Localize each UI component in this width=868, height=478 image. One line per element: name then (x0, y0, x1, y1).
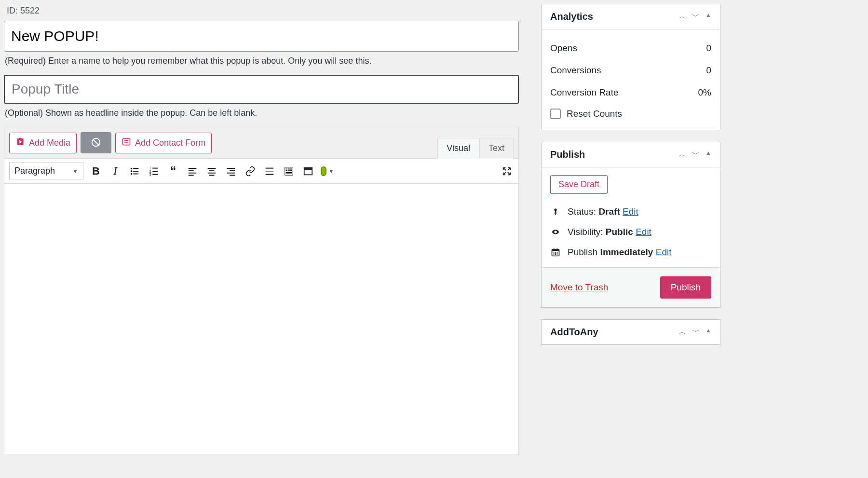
align-left-button[interactable] (186, 164, 199, 178)
svg-point-7 (131, 173, 133, 175)
svg-rect-24 (209, 175, 214, 176)
title-helper-text: (Optional) Shown as headline inside the … (5, 108, 519, 118)
svg-rect-10 (133, 173, 138, 174)
editor-content-area[interactable] (4, 184, 518, 454)
bullet-list-button[interactable] (128, 164, 141, 178)
expand-button[interactable] (500, 164, 514, 178)
save-draft-button[interactable]: Save Draft (550, 175, 608, 194)
svg-text:3: 3 (149, 173, 151, 176)
editor-format-bar: Paragraph ▼ B I 123 “ (4, 158, 518, 184)
svg-rect-37 (288, 170, 290, 171)
editor-container: Add Media Add Contact Form Visual Text (4, 127, 519, 454)
name-helper-text: (Required) Enter a name to help you reme… (5, 56, 519, 66)
analytics-panel: Analytics ︿ ﹀ ▲ Opens 0 Conversions 0 Co… (541, 4, 720, 130)
svg-point-42 (555, 232, 556, 233)
bold-button[interactable]: B (89, 164, 103, 178)
tab-text[interactable]: Text (479, 138, 514, 159)
move-to-trash-link[interactable]: Move to Trash (550, 282, 608, 293)
toolbar-toggle-button[interactable] (282, 164, 296, 178)
paragraph-dropdown[interactable]: Paragraph ▼ (9, 163, 83, 179)
svg-rect-46 (557, 248, 558, 250)
reset-counts-checkbox[interactable] (550, 109, 561, 119)
shortcode-button[interactable] (81, 132, 111, 153)
panel-down-icon[interactable]: ﹀ (692, 327, 700, 337)
media-icon (15, 137, 25, 149)
dropdown-caret-icon: ▼ (72, 168, 78, 175)
status-value: Draft (598, 206, 620, 217)
popup-title-input[interactable] (4, 75, 519, 104)
panel-up-icon[interactable]: ︿ (678, 327, 686, 337)
svg-point-6 (131, 170, 133, 172)
form-icon (122, 137, 131, 149)
plugin-button[interactable]: ▼ (321, 164, 334, 178)
conversions-value: 0 (706, 65, 711, 76)
link-button[interactable] (244, 164, 257, 178)
panel-down-icon[interactable]: ﹀ (692, 12, 700, 22)
publish-panel: Publish ︿ ﹀ ▲ Save Draft Status: Draft E… (541, 142, 720, 308)
italic-button[interactable]: I (108, 164, 122, 178)
publish-panel-title: Publish (550, 149, 585, 160)
shortcode-icon (91, 137, 101, 149)
add-contact-form-label: Add Contact Form (135, 138, 205, 148)
svg-line-1 (94, 139, 99, 145)
publish-button[interactable]: Publish (660, 276, 711, 299)
svg-rect-28 (230, 175, 235, 176)
svg-rect-14 (152, 167, 158, 168)
fullscreen-button[interactable] (301, 164, 315, 178)
panel-toggle-icon[interactable]: ▲ (705, 12, 711, 22)
svg-rect-29 (266, 167, 274, 168)
panel-toggle-icon[interactable]: ▲ (705, 150, 711, 160)
svg-rect-15 (152, 171, 158, 172)
schedule-value: immediately (600, 247, 653, 257)
svg-rect-36 (286, 170, 288, 171)
tab-visual[interactable]: Visual (437, 138, 479, 159)
panel-up-icon[interactable]: ︿ (678, 150, 686, 160)
calendar-icon (550, 247, 561, 257)
svg-rect-19 (189, 172, 197, 173)
analytics-panel-title: Analytics (550, 11, 593, 22)
reset-counts-label: Reset Counts (567, 109, 622, 119)
svg-rect-47 (554, 252, 555, 255)
svg-rect-45 (554, 248, 555, 250)
edit-status-link[interactable]: Edit (623, 206, 638, 217)
paragraph-dropdown-label: Paragraph (14, 166, 55, 176)
svg-rect-16 (152, 174, 158, 175)
plugin-icon (321, 166, 326, 176)
opens-value: 0 (706, 43, 711, 54)
conversions-label: Conversions (550, 65, 601, 76)
svg-rect-27 (227, 172, 235, 173)
addtoany-panel-title: AddToAny (550, 327, 598, 338)
svg-rect-44 (552, 249, 559, 251)
align-right-button[interactable] (224, 164, 238, 178)
panel-down-icon[interactable]: ﹀ (692, 150, 700, 160)
edit-visibility-link[interactable]: Edit (636, 227, 651, 237)
conversion-rate-label: Conversion Rate (550, 87, 619, 98)
svg-rect-31 (266, 174, 274, 175)
align-center-button[interactable] (205, 164, 218, 178)
svg-rect-34 (288, 168, 290, 169)
pin-icon (550, 207, 561, 217)
add-media-button[interactable]: Add Media (9, 133, 77, 153)
panel-up-icon[interactable]: ︿ (678, 12, 686, 22)
svg-rect-35 (290, 168, 292, 169)
opens-label: Opens (550, 43, 577, 54)
svg-rect-9 (133, 171, 138, 172)
eye-icon (550, 228, 561, 236)
schedule-label: Publish (568, 247, 600, 257)
popup-name-input[interactable] (4, 21, 519, 52)
svg-rect-49 (557, 252, 558, 255)
svg-rect-17 (189, 168, 197, 169)
blockquote-button[interactable]: “ (166, 164, 180, 178)
edit-schedule-link[interactable]: Edit (656, 247, 672, 257)
post-id-label: ID: 5522 (7, 6, 519, 16)
panel-toggle-icon[interactable]: ▲ (705, 327, 711, 337)
insert-more-button[interactable] (263, 164, 276, 178)
status-label: Status: (568, 206, 598, 217)
plugin-caret-icon: ▼ (328, 168, 334, 175)
svg-rect-23 (208, 172, 216, 173)
svg-rect-39 (286, 172, 292, 173)
numbered-list-button[interactable]: 123 (147, 164, 161, 178)
svg-rect-38 (290, 170, 292, 171)
add-contact-form-button[interactable]: Add Contact Form (115, 133, 212, 153)
svg-rect-22 (209, 170, 214, 171)
